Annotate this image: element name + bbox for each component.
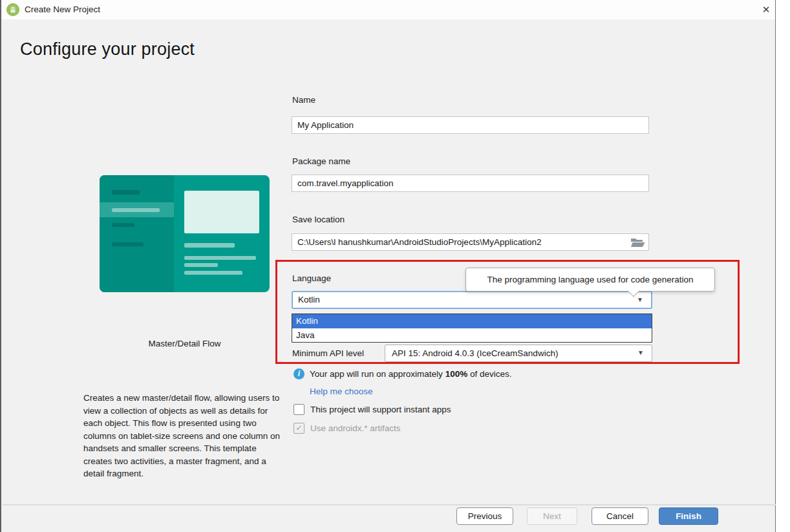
- androidx-checkbox: ✓: [294, 423, 304, 434]
- chevron-down-icon[interactable]: ▼: [637, 349, 644, 356]
- template-name: Master/Detail Flow: [100, 339, 270, 348]
- package-name-input[interactable]: [292, 175, 649, 192]
- language-label: Language: [292, 273, 331, 283]
- language-dropdown[interactable]: Kotlin ▼: [292, 291, 652, 309]
- language-options-list: Kotlin Java: [292, 314, 652, 343]
- language-selected-value: Kotlin: [298, 295, 320, 304]
- androidx-label: Use androidx.* artifacts: [310, 423, 401, 433]
- window-title: Create New Project: [25, 5, 100, 14]
- min-api-label: Minimum API level: [292, 348, 364, 358]
- instant-apps-label[interactable]: This project will support instant apps: [310, 405, 451, 414]
- info-icon: i: [294, 368, 304, 379]
- android-studio-icon: [6, 3, 19, 16]
- min-api-dropdown[interactable]: API 15: Android 4.0.3 (IceCreamSandwich)…: [385, 345, 652, 362]
- name-input[interactable]: [292, 116, 649, 134]
- device-coverage-prefix: Your app will run on approximately: [310, 369, 445, 379]
- preview-bar: [184, 243, 235, 248]
- save-location-label: Save location: [292, 215, 345, 224]
- chevron-down-icon[interactable]: ▼: [637, 296, 643, 303]
- min-api-selected-value: API 15: Android 4.0.3 (IceCreamSandwich): [392, 348, 558, 358]
- screen: Create New Project ✕ Configure your proj…: [0, 0, 790, 532]
- preview-bar: [112, 242, 144, 246]
- language-tooltip: The programming language used for code g…: [465, 268, 715, 292]
- previous-button[interactable]: Previous: [456, 507, 513, 525]
- save-location-input[interactable]: [292, 233, 649, 251]
- device-coverage-percent: 100%: [445, 369, 468, 379]
- template-preview-image: [100, 175, 270, 292]
- footer-divider: [3, 504, 776, 505]
- tooltip-text: The programming language used for code g…: [487, 275, 694, 284]
- next-button: Next: [527, 507, 577, 525]
- folder-browse-icon[interactable]: [630, 236, 646, 248]
- preview-detail-image: [184, 191, 259, 233]
- device-coverage-text: Your app will run on approximately 100% …: [310, 369, 511, 379]
- preview-bar: [184, 271, 242, 275]
- cancel-button[interactable]: Cancel: [592, 507, 648, 525]
- language-option-kotlin[interactable]: Kotlin: [292, 314, 652, 328]
- template-description: Creates a new master/detail flow, allowi…: [83, 392, 285, 480]
- finish-button[interactable]: Finish: [659, 507, 718, 525]
- instant-apps-checkbox[interactable]: [294, 404, 304, 415]
- preview-bar: [112, 190, 140, 195]
- package-name-label: Package name: [292, 156, 350, 166]
- name-label: Name: [292, 95, 315, 105]
- preview-bar: [112, 223, 134, 227]
- preview-bar: [112, 208, 160, 212]
- create-new-project-dialog: Create New Project ✕ Configure your proj…: [0, 0, 776, 532]
- close-icon[interactable]: ✕: [759, 3, 773, 16]
- title-bar[interactable]: Create New Project ✕: [1, 0, 775, 19]
- device-coverage-suffix: of devices.: [467, 369, 511, 379]
- page-title: Configure your project: [20, 39, 195, 59]
- language-option-java[interactable]: Java: [292, 328, 652, 343]
- checkmark-icon: ✓: [295, 423, 302, 432]
- preview-bar: [184, 263, 218, 267]
- help-me-choose-link[interactable]: Help me choose: [310, 387, 373, 396]
- preview-bar: [184, 256, 256, 260]
